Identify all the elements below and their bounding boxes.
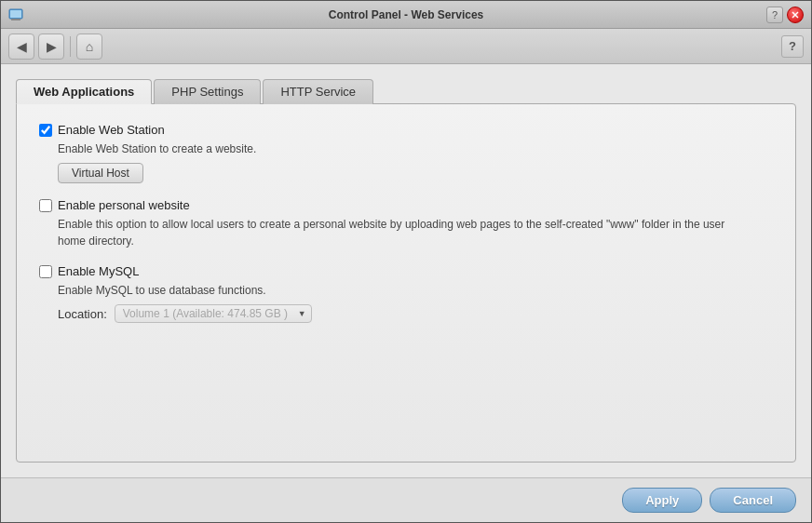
- enable-personal-website-row: Enable personal website: [39, 198, 773, 212]
- section-web-station: Enable Web Station Enable Web Station to…: [39, 123, 773, 183]
- mysql-description: Enable MySQL to use database functions.: [58, 282, 773, 299]
- enable-web-station-row: Enable Web Station: [39, 123, 773, 137]
- tab-php-settings[interactable]: PHP Settings: [154, 79, 261, 104]
- enable-mysql-row: Enable MySQL: [39, 264, 773, 278]
- apply-button[interactable]: Apply: [622, 488, 702, 513]
- content-area: Web Applications PHP Settings HTTP Servi…: [1, 64, 811, 477]
- cancel-button[interactable]: Cancel: [710, 488, 796, 513]
- footer: Apply Cancel: [1, 477, 811, 522]
- back-button[interactable]: ◀: [8, 34, 34, 60]
- close-button[interactable]: [787, 7, 804, 23]
- tabs: Web Applications PHP Settings HTTP Servi…: [16, 79, 796, 104]
- enable-personal-website-checkbox[interactable]: [39, 199, 52, 212]
- tab-http-service[interactable]: HTTP Service: [263, 79, 373, 104]
- enable-personal-website-label[interactable]: Enable personal website: [58, 198, 190, 212]
- toolbar-separator: [70, 36, 71, 57]
- web-station-description: Enable Web Station to create a website.: [58, 141, 773, 157]
- location-label: Location:: [58, 307, 107, 321]
- tab-web-applications[interactable]: Web Applications: [16, 79, 152, 104]
- enable-web-station-label[interactable]: Enable Web Station: [58, 123, 165, 137]
- svg-rect-2: [10, 10, 21, 18]
- home-button[interactable]: ⌂: [76, 34, 102, 60]
- virtual-host-button[interactable]: Virtual Host: [58, 163, 143, 183]
- window-title: Control Panel - Web Services: [1, 8, 811, 21]
- title-bar-left: [8, 7, 29, 22]
- title-bar: Control Panel - Web Services ?: [1, 1, 811, 29]
- section-personal-website: Enable personal website Enable this opti…: [39, 198, 773, 249]
- location-select-wrapper: Volume 1 (Available: 474.85 GB ): [115, 304, 312, 323]
- virtual-host-button-wrapper: Virtual Host: [58, 163, 143, 183]
- enable-mysql-checkbox[interactable]: [39, 265, 52, 278]
- main-window: Control Panel - Web Services ? ◀ ▶ ⌂ ? W…: [0, 0, 812, 523]
- enable-mysql-label[interactable]: Enable MySQL: [58, 264, 139, 278]
- toolbar-help-button[interactable]: ?: [781, 35, 804, 58]
- window-controls: ?: [766, 7, 804, 23]
- toolbar: ◀ ▶ ⌂ ?: [1, 29, 811, 64]
- mysql-location-row: Location: Volume 1 (Available: 474.85 GB…: [58, 304, 773, 323]
- svg-rect-1: [11, 19, 20, 20]
- section-mysql: Enable MySQL Enable MySQL to use databas…: [39, 264, 773, 323]
- personal-website-description: Enable this option to allow local users …: [58, 216, 728, 249]
- help-window-button[interactable]: ?: [766, 7, 783, 23]
- tab-panel-web-applications: Enable Web Station Enable Web Station to…: [16, 103, 796, 463]
- app-icon: [8, 7, 23, 22]
- location-select[interactable]: Volume 1 (Available: 474.85 GB ): [115, 304, 312, 323]
- enable-web-station-checkbox[interactable]: [39, 124, 52, 137]
- forward-button[interactable]: ▶: [38, 34, 64, 60]
